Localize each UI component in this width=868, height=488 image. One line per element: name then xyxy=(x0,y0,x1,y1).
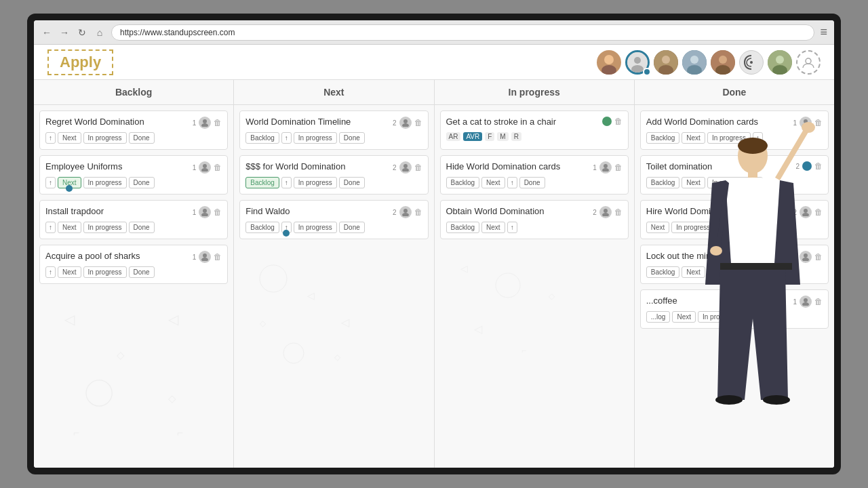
inprogress-button[interactable]: In progress xyxy=(83,177,127,188)
done-button[interactable]: Done xyxy=(129,132,155,144)
next-button[interactable]: Next xyxy=(481,177,505,188)
inprogress-button[interactable]: In progress xyxy=(83,222,127,233)
card-meta: 🗑 xyxy=(602,117,623,126)
next-button[interactable]: Next xyxy=(682,266,705,278)
browser-menu-button[interactable]: ≡ xyxy=(820,25,827,39)
delete-button[interactable]: 🗑 xyxy=(414,207,422,217)
refresh-button[interactable]: ↻ xyxy=(76,26,88,39)
inprogress-button[interactable]: In progress xyxy=(707,132,751,144)
user-tag-f[interactable]: F xyxy=(485,132,494,141)
home-button[interactable]: ⌂ xyxy=(94,26,106,39)
avatar-4[interactable] xyxy=(682,50,707,75)
done-button[interactable]: Done xyxy=(129,177,155,188)
next-button[interactable]: Next xyxy=(58,222,81,233)
backlog-button[interactable]: Backlog xyxy=(245,222,279,233)
delete-button[interactable]: 🗑 xyxy=(214,207,222,217)
delete-button[interactable]: 🗑 xyxy=(614,117,623,126)
inprogress-button[interactable]: In progress xyxy=(707,177,751,188)
move-up-button[interactable]: ↑ xyxy=(45,177,56,188)
next-button[interactable]: Next xyxy=(682,177,705,188)
user-tag-m[interactable]: M xyxy=(497,132,508,141)
delete-button[interactable]: 🗑 xyxy=(814,207,823,217)
backlog-button[interactable]: ...log xyxy=(646,311,671,323)
done-button[interactable]: Done xyxy=(339,222,365,233)
move-up-button[interactable]: ↑ xyxy=(281,132,292,144)
move-up-button[interactable]: ↑ xyxy=(753,177,763,188)
user-tag-r[interactable]: R xyxy=(511,132,521,141)
delete-button[interactable]: 🗑 xyxy=(214,163,222,172)
move-up-button[interactable]: ↑ xyxy=(743,311,753,323)
move-up-button[interactable]: ↑ xyxy=(507,177,517,188)
backlog-button[interactable]: Backlog xyxy=(245,177,279,188)
svg-text:◁: ◁ xyxy=(460,263,468,274)
inprogress-button[interactable]: In progress xyxy=(294,177,337,188)
done-button[interactable]: Done xyxy=(339,132,365,144)
svg-point-23 xyxy=(203,209,207,213)
move-up-button[interactable]: ↑ xyxy=(753,132,763,144)
move-up-button[interactable]: ↑ xyxy=(507,222,517,233)
user-icon xyxy=(800,296,812,308)
delete-button[interactable]: 🗑 xyxy=(614,163,623,172)
avatar-1[interactable] xyxy=(597,50,621,75)
avatar-7[interactable] xyxy=(768,50,792,75)
card-meta: 1 🗑 xyxy=(793,296,823,308)
move-up-button[interactable]: ↑ xyxy=(281,177,292,188)
next-button[interactable]: Next xyxy=(646,222,670,233)
delete-button[interactable]: 🗑 xyxy=(214,252,222,262)
inprogress-button[interactable]: In progress xyxy=(83,266,127,278)
move-up-button[interactable]: ↑ xyxy=(45,132,56,144)
svg-text:◁: ◁ xyxy=(307,290,315,301)
address-bar[interactable]: https://www.standupscreen.com xyxy=(111,24,814,41)
user-tag-ar[interactable]: AR xyxy=(446,132,461,141)
backlog-button[interactable]: Backlog xyxy=(646,132,680,144)
backlog-button[interactable]: Backlog xyxy=(446,222,480,233)
avatar-3[interactable] xyxy=(654,50,678,75)
move-up-button[interactable]: ↑ xyxy=(753,266,763,278)
backlog-button[interactable]: Backlog xyxy=(446,177,480,188)
move-up-button[interactable]: ↑ xyxy=(717,222,727,233)
done-button[interactable]: Done xyxy=(519,177,545,188)
next-button[interactable]: Next xyxy=(481,222,505,233)
card-employee-uniforms: 1 🗑 Employee Uniforms ↑ Next xyxy=(39,155,228,195)
delete-button[interactable]: 🗑 xyxy=(814,118,823,127)
svg-point-12 xyxy=(719,56,727,64)
done-button[interactable]: Done xyxy=(339,177,365,188)
avatars-bar xyxy=(597,50,821,75)
inprogress-button[interactable]: In progress xyxy=(707,266,751,278)
svg-point-60 xyxy=(802,258,809,261)
back-button[interactable]: ← xyxy=(41,26,53,39)
backlog-button[interactable]: Backlog xyxy=(646,177,680,188)
next-button[interactable]: Next xyxy=(58,177,81,188)
avatar-8[interactable] xyxy=(796,50,821,75)
delete-button[interactable]: 🗑 xyxy=(414,118,422,127)
forward-button[interactable]: → xyxy=(58,26,71,39)
backlog-button[interactable]: Backlog xyxy=(245,132,279,144)
delete-button[interactable]: 🗑 xyxy=(214,118,222,127)
svg-text:◁: ◁ xyxy=(341,317,350,328)
inprogress-button[interactable]: In progress xyxy=(698,311,741,323)
delete-button[interactable]: 🗑 xyxy=(814,297,823,306)
avatar-6[interactable] xyxy=(739,50,764,75)
next-button[interactable]: Next xyxy=(672,311,696,323)
backlog-button[interactable]: Backlog xyxy=(646,266,680,278)
avatar-5[interactable] xyxy=(711,50,735,75)
next-button[interactable]: Next xyxy=(58,266,81,278)
inprogress-button[interactable]: In progress xyxy=(294,132,337,144)
move-up-button[interactable]: ↑ xyxy=(45,222,56,233)
delete-button[interactable]: 🗑 xyxy=(614,207,623,217)
inprogress-button[interactable]: In progress xyxy=(294,222,337,233)
card-toilet-domination: 2 🗑 Toilet domination Backlog Next In pr… xyxy=(640,155,829,195)
next-button[interactable]: Next xyxy=(58,132,81,144)
next-button[interactable]: Next xyxy=(682,132,705,144)
user-tag-avr[interactable]: AVR xyxy=(463,132,482,141)
done-button[interactable]: Done xyxy=(129,266,155,278)
delete-button[interactable]: 🗑 xyxy=(814,252,823,262)
inprogress-button[interactable]: In progress xyxy=(83,132,127,144)
delete-button[interactable]: 🗑 xyxy=(414,163,422,172)
delete-button[interactable]: 🗑 xyxy=(814,161,823,171)
inprogress-button[interactable]: In progress xyxy=(671,222,715,233)
move-up-button[interactable]: ↑ xyxy=(281,222,292,233)
move-up-button[interactable]: ↑ xyxy=(45,266,56,278)
done-button[interactable]: Done xyxy=(129,222,155,233)
badge-num: 1 xyxy=(193,119,197,127)
